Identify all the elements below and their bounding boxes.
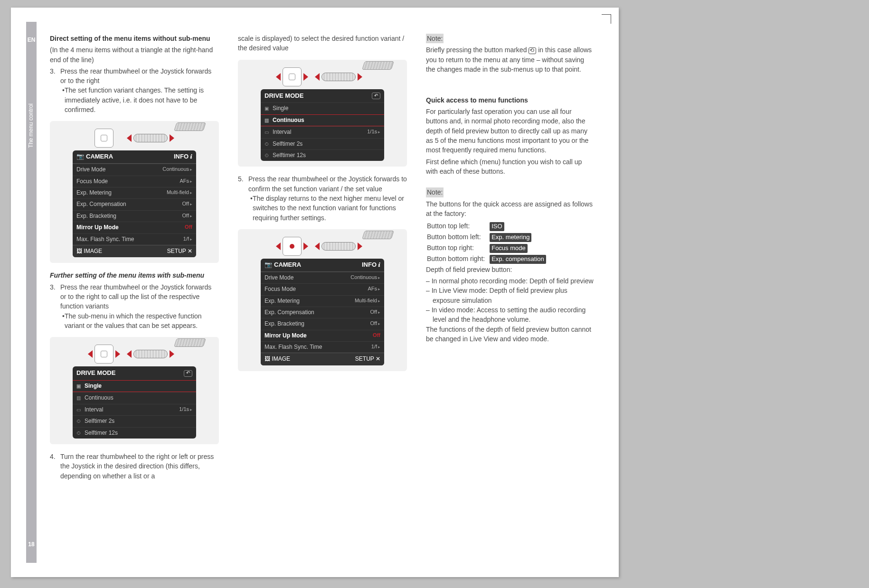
tag-exp-metering: Exp. metering (490, 233, 531, 242)
step-num: 3. (50, 66, 60, 114)
wheel-left-arrow-icon (315, 73, 320, 81)
joystick-icon (94, 129, 113, 148)
page: EN The menu control 18 Direct setting of… (11, 8, 619, 577)
step-num: 4. (50, 452, 60, 481)
lcd-drive-menu-1: DRIVE MODE↶ ▣Single ▥Continuous ▭Interva… (73, 366, 196, 439)
thumbwheel-icon (321, 242, 356, 251)
thumbwheel-icon (321, 73, 356, 81)
thumbwheel-icon (133, 134, 168, 142)
step-3-text: Press the rear thumbwheel or the Joystic… (60, 67, 211, 84)
wheel-right-arrow-icon (358, 243, 362, 250)
column-1: Direct setting of the menu items without… (50, 34, 219, 481)
camera-illustration-3: DRIVE MODE↶ ▣Single ▥Continuous ▭Interva… (238, 60, 407, 167)
step-num: 5. (238, 174, 248, 222)
dof-item-1: In normal photo recording mode: Depth of… (433, 276, 595, 286)
thumbwheel-icon (133, 350, 168, 358)
wheel-left-arrow-icon (127, 350, 132, 358)
top-dial-icon (174, 338, 206, 347)
step-5-bullet: The display returns to the next higher m… (257, 194, 407, 223)
joystick-right-arrow-icon (303, 243, 308, 250)
back-icon: ↶ (372, 93, 380, 99)
note-heading-1: Note: (426, 34, 444, 43)
content: Direct setting of the menu items without… (50, 34, 595, 481)
joystick-icon (94, 345, 113, 364)
camera-illustration-4: 📷 CAMERAINFO 𝒊 Drive ModeContinuous▸ Foc… (238, 229, 407, 371)
joystick-left-arrow-icon (276, 73, 281, 81)
joystick-left-arrow-icon (276, 243, 281, 250)
wheel-right-arrow-icon (170, 134, 174, 142)
step-5-text: Press the rear thumbwheel or the Joystic… (248, 175, 407, 192)
side-title: The menu control (27, 103, 35, 148)
note1-text: Briefly pressing the button marked in th… (426, 45, 595, 74)
heading-direct: Direct setting of the menu items without… (50, 35, 210, 42)
joystick-left-arrow-icon (88, 350, 93, 358)
lcd-drive-menu-2: DRIVE MODE↶ ▣Single ▥Continuous ▭Interva… (261, 89, 384, 161)
step-num: 3. (50, 282, 60, 330)
step-3b-bullet: The sub-menu in which the respective fun… (69, 311, 219, 331)
step-3-bullet: The set function variant changes. The se… (69, 85, 219, 114)
quick-p1: For particularly fast operation you can … (426, 107, 595, 155)
factory-assignments: Button top left:ISO Button bottom left:E… (426, 220, 551, 264)
menu-header-right: INFO (174, 152, 189, 161)
tag-exp-comp: Exp. compensation (490, 255, 546, 264)
wheel-left-arrow-icon (127, 134, 132, 142)
step-3b-text: Press the rear thumbwheel or the Joystic… (60, 283, 211, 310)
lang-tag: EN (26, 36, 37, 44)
dof-item-3: In video mode: Access to setting the aud… (433, 305, 595, 325)
top-dial-icon (174, 122, 206, 131)
lcd-camera-menu: 📷 CAMERAINFO 𝒊 Drive ModeContinuous▸ Foc… (73, 150, 196, 257)
tag-iso: ISO (490, 222, 504, 231)
wheel-left-arrow-icon (315, 243, 320, 250)
tag-focus-mode: Focus mode (490, 244, 528, 253)
subtitle-1: (In the 4 menu items without a triangle … (50, 45, 219, 65)
dof-last: The functions of the depth of field prev… (426, 325, 595, 344)
joystick-icon (283, 67, 302, 86)
top-dial-icon (362, 61, 394, 70)
page-number: 18 (26, 541, 37, 549)
heading-quick: Quick access to menu functions (426, 96, 528, 104)
col2-continued: scale is displayed) to select the desire… (238, 34, 407, 53)
wheel-right-arrow-icon (358, 73, 362, 81)
back-icon: ↶ (184, 370, 192, 377)
side-rail: EN The menu control 18 (26, 22, 37, 563)
step-4-text: Turn the rear thumbwheel to the right or… (60, 452, 219, 481)
menu-header-left: CAMERA (86, 152, 113, 161)
note2-text: The buttons for the quick access are ass… (426, 199, 595, 219)
dof-heading: Depth of field preview button: (426, 265, 595, 274)
note-heading-2: Note: (426, 187, 444, 197)
return-button-icon (529, 47, 536, 54)
quick-p2: First define which (menu) function you w… (426, 157, 595, 177)
heading-further: Further setting of the menu items with s… (50, 271, 204, 279)
column-2: scale is displayed) to select the desire… (238, 34, 407, 481)
column-3: Note: Briefly pressing the button marked… (426, 34, 595, 481)
lcd-camera-menu-2: 📷 CAMERAINFO 𝒊 Drive ModeContinuous▸ Foc… (261, 259, 384, 365)
joystick-pressed-icon (283, 237, 302, 256)
joystick-right-arrow-icon (303, 73, 308, 81)
joystick-right-arrow-icon (115, 350, 120, 358)
dof-item-2: In Live View mode: Depth of field previe… (433, 286, 595, 305)
camera-illustration-1: 📷 CAMERAINFO 𝒊 Drive ModeContinuous▸ Foc… (50, 121, 219, 263)
wheel-right-arrow-icon (170, 350, 174, 358)
crop-mark-icon (602, 14, 611, 24)
camera-illustration-2: DRIVE MODE↶ ▣Single ▥Continuous ▭Interva… (50, 337, 219, 444)
top-dial-icon (362, 231, 394, 239)
